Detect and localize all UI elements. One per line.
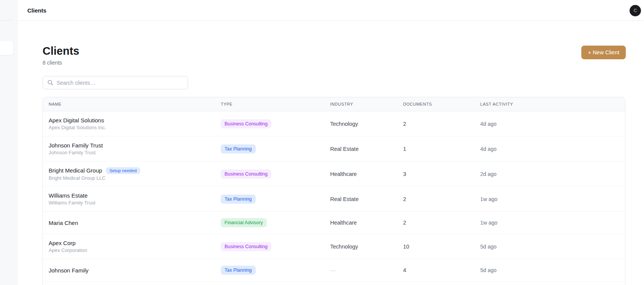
client-name: Johnson Family Trust: [49, 142, 103, 149]
client-industry: Technology: [330, 121, 403, 127]
client-name-cell: Apex Digital Solutions Apex Digital Solu…: [49, 117, 221, 130]
client-last-activity: 2d ago: [480, 171, 625, 177]
column-header-documents: DOCUMENTS: [403, 102, 480, 106]
table-row[interactable]: Bright Medical Group Setup needed Bright…: [43, 162, 625, 187]
client-industry: Real Estate: [330, 196, 403, 202]
client-industry: Real Estate: [330, 146, 403, 152]
client-last-activity: 1w ago: [480, 220, 625, 226]
client-name: Johnson Family: [49, 267, 89, 274]
topbar: Clients C: [18, 0, 644, 21]
client-industry: —: [330, 267, 403, 273]
client-name-cell: Maria Chen: [49, 220, 221, 226]
table-row[interactable]: Johnson Family Trust Johnson Family Trus…: [43, 136, 625, 162]
client-last-activity: 4d ago: [480, 146, 625, 152]
client-subtitle: Williams Family Trust: [49, 200, 221, 206]
table-row[interactable]: Apex Digital Solutions Apex Digital Solu…: [43, 111, 625, 136]
user-avatar[interactable]: C: [630, 5, 641, 16]
client-name-cell: Apex Corp Apex Corporation: [49, 240, 221, 253]
avatar-initial: C: [634, 8, 637, 13]
client-documents: 1: [403, 146, 480, 152]
column-header-last-activity: LAST ACTIVITY: [480, 102, 625, 106]
client-documents: 3: [403, 171, 480, 177]
client-documents: 2: [403, 121, 480, 127]
sidebar-divider: [0, 20, 13, 21]
column-header-name: NAME: [49, 102, 221, 106]
client-type-badge: Tax Planning: [221, 144, 256, 154]
client-name-cell: Williams Estate Williams Family Trust: [49, 192, 221, 206]
client-subtitle: Apex Corporation: [49, 247, 221, 253]
topbar-title: Clients: [27, 7, 46, 14]
search-input[interactable]: [57, 80, 178, 86]
client-name: Williams Estate: [49, 192, 88, 199]
client-industry: Healthcare: [330, 171, 403, 177]
client-last-activity: 1w ago: [480, 196, 625, 202]
search-box[interactable]: [43, 76, 188, 89]
client-type-badge: Business Consulting: [221, 169, 271, 179]
table-body: Apex Digital Solutions Apex Digital Solu…: [43, 111, 625, 282]
setup-needed-badge: Setup needed: [106, 167, 140, 174]
sidebar-item-clients[interactable]: [0, 41, 13, 55]
client-type-cell: Business Consulting: [221, 242, 330, 251]
search-icon: [47, 80, 53, 86]
client-documents: 10: [403, 244, 480, 250]
client-name-cell: Bright Medical Group Setup needed Bright…: [49, 167, 221, 181]
client-subtitle: Bright Medical Group LLC: [49, 175, 221, 181]
client-industry: Healthcare: [330, 220, 403, 226]
table-header-row: NAME TYPE INDUSTRY DOCUMENTS LAST ACTIVI…: [43, 97, 625, 111]
page-title: Clients: [43, 45, 79, 57]
sidebar: [0, 0, 18, 285]
client-type-badge: Tax Planning: [221, 195, 256, 204]
table-row[interactable]: Apex Corp Apex Corporation Business Cons…: [43, 234, 625, 259]
table-row[interactable]: Maria Chen Financial Advisory Healthcare…: [43, 212, 625, 234]
client-subtitle: Johnson Family Trust: [49, 150, 221, 155]
new-client-button[interactable]: + New Client: [581, 46, 626, 59]
client-type-cell: Financial Advisory: [221, 218, 330, 227]
client-type-cell: Tax Planning: [221, 266, 330, 275]
client-documents: 2: [403, 196, 480, 202]
client-type-badge: Business Consulting: [221, 119, 271, 128]
main-content: Clients 8 clients + New Client NAME TYPE…: [18, 21, 644, 285]
client-type-badge: Tax Planning: [221, 266, 256, 275]
client-last-activity: 4d ago: [480, 121, 625, 127]
client-subtitle: Apex Digital Solutions Inc.: [49, 125, 221, 130]
client-type-cell: Business Consulting: [221, 119, 330, 128]
client-last-activity: 5d ago: [480, 244, 625, 250]
client-type-badge: Business Consulting: [221, 242, 271, 251]
client-last-activity: 5d ago: [480, 267, 625, 273]
client-name-cell: Johnson Family: [49, 267, 221, 274]
column-header-industry: INDUSTRY: [330, 102, 403, 106]
table-row[interactable]: Williams Estate Williams Family Trust Ta…: [43, 187, 625, 212]
clients-table: NAME TYPE INDUSTRY DOCUMENTS LAST ACTIVI…: [43, 97, 625, 285]
client-name-cell: Johnson Family Trust Johnson Family Trus…: [49, 142, 221, 155]
client-name: Apex Digital Solutions: [49, 117, 104, 124]
client-name: Maria Chen: [49, 220, 78, 226]
client-documents: 2: [403, 220, 480, 226]
column-header-type: TYPE: [221, 102, 330, 106]
client-type-badge: Financial Advisory: [221, 218, 267, 227]
client-name: Apex Corp: [49, 240, 76, 246]
client-type-cell: Business Consulting: [221, 169, 330, 179]
client-type-cell: Tax Planning: [221, 144, 330, 154]
client-type-cell: Tax Planning: [221, 195, 330, 204]
client-count: 8 clients: [43, 60, 62, 66]
client-documents: 4: [403, 267, 480, 273]
client-name: Bright Medical Group: [49, 167, 102, 174]
client-industry: Technology: [330, 244, 403, 250]
table-row[interactable]: Johnson Family Tax Planning — 4 5d ago: [43, 259, 625, 282]
